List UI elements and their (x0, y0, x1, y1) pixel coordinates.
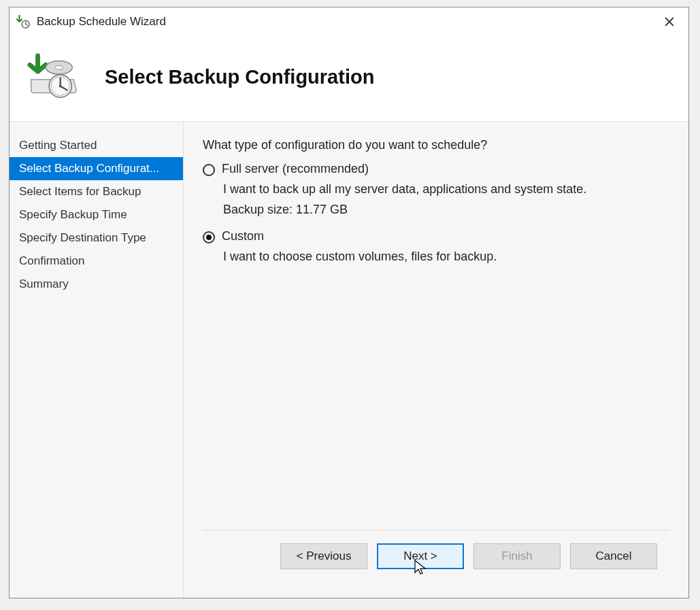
svg-point-2 (55, 65, 63, 69)
cancel-button[interactable]: Cancel (570, 543, 657, 569)
step-specify-backup-time[interactable]: Specify Backup Time (10, 203, 183, 226)
page-title: Select Backup Configuration (105, 66, 374, 88)
content: What type of configuration do you want t… (184, 122, 688, 598)
step-specify-destination-type[interactable]: Specify Destination Type (10, 226, 183, 250)
step-confirmation[interactable]: Confirmation (10, 250, 183, 273)
option-label: Custom (222, 229, 264, 243)
radio-full-server[interactable] (203, 164, 215, 176)
app-icon (15, 14, 31, 30)
window-title: Backup Schedule Wizard (37, 15, 656, 29)
wizard-dialog: Backup Schedule Wizard Select Backup Con… (9, 7, 689, 598)
body: Getting Started Select Backup Configurat… (10, 121, 688, 598)
finish-button: Finish (473, 543, 561, 569)
radio-custom[interactable] (203, 231, 215, 243)
svg-point-5 (59, 85, 62, 88)
previous-button[interactable]: < Previous (280, 543, 367, 569)
backup-size-text: Backup size: 11.77 GB (223, 203, 669, 217)
option-description: I want to choose custom volumes, files f… (223, 248, 669, 266)
option-description: I want to back up all my server data, ap… (223, 180, 669, 199)
header: Select Backup Configuration (10, 36, 688, 121)
step-summary[interactable]: Summary (10, 273, 183, 296)
step-getting-started[interactable]: Getting Started (10, 134, 183, 157)
sidebar: Getting Started Select Backup Configurat… (10, 122, 184, 598)
step-select-items-for-backup[interactable]: Select Items for Backup (10, 180, 183, 203)
footer: < Previous Next > Finish Cancel (203, 530, 669, 581)
titlebar: Backup Schedule Wizard (10, 7, 688, 36)
prompt-text: What type of configuration do you want t… (203, 138, 669, 152)
option-custom[interactable]: Custom (203, 229, 669, 243)
backup-drive-icon (26, 52, 79, 101)
next-button[interactable]: Next > (377, 543, 464, 569)
option-full-server[interactable]: Full server (recommended) (203, 162, 669, 176)
option-label: Full server (recommended) (222, 162, 369, 176)
step-select-backup-configuration[interactable]: Select Backup Configurat... (10, 157, 183, 180)
close-button[interactable] (656, 12, 683, 32)
